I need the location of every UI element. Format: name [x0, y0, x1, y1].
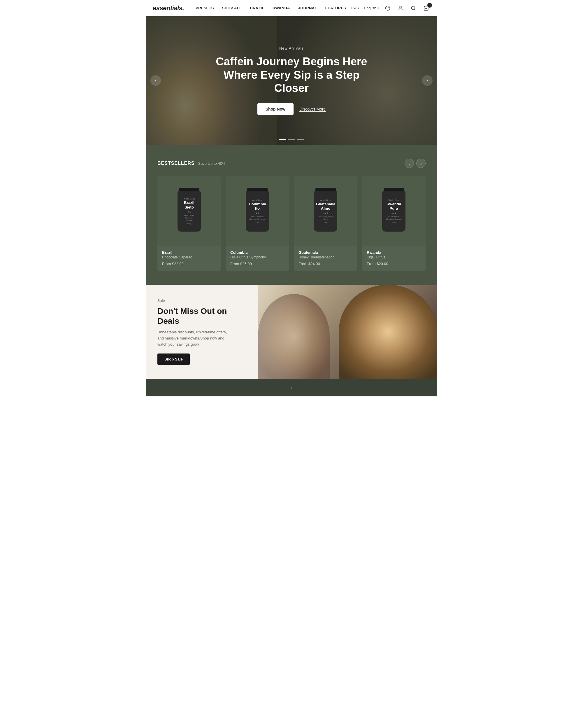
coffee-bag-3: Whole Bean RwandaPura ★★★ Coconut Rum,Ch…	[379, 188, 408, 234]
products-next-button[interactable]: ›	[416, 159, 425, 168]
hero-dots	[279, 139, 304, 140]
bag-desc: Maple syrup, Pecan,Mint ...	[318, 215, 334, 220]
svg-line-4	[414, 9, 415, 10]
bag-name: RwandaPura	[387, 202, 401, 211]
footer-dot	[290, 387, 293, 389]
bag-name: ColumbiaIto	[249, 202, 266, 211]
product-price-3: From $20.00	[367, 262, 421, 266]
section-arrows: ‹ ›	[405, 159, 425, 168]
nav-item-journal[interactable]: JOURNAL	[298, 6, 317, 10]
sale-overlay	[258, 285, 437, 379]
sale-tag: Sale	[158, 299, 246, 303]
hero-dot-2[interactable]	[288, 139, 295, 140]
product-card-1[interactable]: Whole Bean ColumbiaIto ★★ White Chocolat…	[226, 176, 289, 271]
product-name-2: Honey Huehuetenango	[299, 255, 353, 259]
nav-item-shop-all[interactable]: SHOP ALL	[222, 6, 242, 10]
bag-body: Whole Bean ColumbiaIto ★★ White Chocolat…	[246, 191, 269, 232]
product-info-3: Rwanda Kigali Citrus From $20.00	[362, 246, 425, 271]
search-button[interactable]	[409, 4, 417, 12]
discover-more-button[interactable]: Discover More	[299, 107, 326, 111]
product-card-2[interactable]: Whole Bean GuatemalaAlmo ★★★ Maple syrup…	[294, 176, 357, 271]
nav-item-brazil[interactable]: BRAZIL	[250, 6, 264, 10]
bag-stars: ★★	[256, 212, 259, 214]
svg-point-3	[411, 6, 415, 10]
coffee-bag-2: Whole Bean GuatemalaAlmo ★★★ Maple syrup…	[311, 188, 340, 234]
hero-section: New Arrivals Caffein Journey Begins Here…	[146, 16, 437, 145]
bag-weight: 250g	[324, 222, 327, 223]
sale-image-bg	[258, 285, 437, 379]
product-origin-2: Guatemala	[299, 250, 353, 255]
product-name-3: Kigali Citrus	[367, 255, 421, 259]
section-title: BESTSELLERS	[158, 161, 194, 166]
product-info-2: Guatemala Honey Huehuetenango From $24.0…	[294, 246, 357, 271]
bag-name: GuatemalaAlmo	[316, 202, 335, 211]
product-origin-0: Brazil	[162, 250, 216, 255]
country-selector[interactable]: CA ▾	[351, 6, 359, 10]
bag-desc: White Chocolate,Hazelnut, Cinnamon	[250, 215, 265, 220]
coffee-bag-0: Whole Bean BrazilSieto ★★ Nuts, Cacao, C…	[175, 188, 204, 234]
sale-image	[258, 285, 437, 379]
hero-dot-1[interactable]	[279, 139, 286, 140]
hero-buttons: Shop Now Discover More	[257, 103, 326, 115]
section-subtitle: Save Up to 40%	[198, 161, 225, 166]
bag-body: Whole Bean BrazilSieto ★★ Nuts, Cacao, C…	[177, 191, 201, 232]
product-image-1: Whole Bean ColumbiaIto ★★ White Chocolat…	[226, 176, 289, 246]
products-prev-button[interactable]: ‹	[405, 159, 414, 168]
bestsellers-section: BESTSELLERS Save Up to 40% ‹ › Whole Bea…	[146, 145, 437, 285]
nav-item-presets[interactable]: PRESETS	[196, 6, 214, 10]
shop-sale-button[interactable]: Shop Sale	[158, 354, 190, 365]
account-button[interactable]	[396, 4, 405, 12]
country-label: CA	[351, 6, 357, 10]
svg-point-2	[400, 6, 401, 8]
chevron-down-icon: ▾	[378, 6, 379, 10]
product-card-3[interactable]: Whole Bean RwandaPura ★★★ Coconut Rum,Ch…	[362, 176, 425, 271]
hero-prev-button[interactable]: ‹	[150, 75, 161, 86]
product-info-0: Brazil Chocolate Caparaó From $22.00	[158, 246, 221, 271]
navbar: essentials. PRESETS SHOP ALL BRAZIL RWAN…	[146, 0, 437, 16]
product-name-0: Chocolate Caparaó	[162, 255, 216, 259]
footer-preview	[146, 379, 437, 396]
hero-next-button[interactable]: ›	[422, 75, 433, 86]
sale-title: Don't Miss Out on Deals	[158, 306, 246, 326]
coffee-bag-1: Whole Bean ColumbiaIto ★★ White Chocolat…	[243, 188, 272, 234]
product-image-2: Whole Bean GuatemalaAlmo ★★★ Maple syrup…	[294, 176, 357, 246]
product-price-0: From $22.00	[162, 262, 216, 266]
language-selector[interactable]: English ▾	[364, 6, 379, 10]
product-info-1: Columbia Huila Citrus Symphony From $26.…	[226, 246, 289, 271]
nav-links: PRESETS SHOP ALL BRAZIL RWANDA JOURNAL F…	[196, 6, 351, 10]
bag-stars: ★★★	[323, 212, 328, 214]
product-image-3: Whole Bean RwandaPura ★★★ Coconut Rum,Ch…	[362, 176, 425, 246]
bag-origin: Whole Bean	[320, 199, 331, 201]
hero-title: Caffein Journey Begins Here Where Every …	[207, 55, 376, 95]
bag-desc: Coconut Rum,Chocolate, Caramel	[386, 215, 401, 220]
bag-body: Whole Bean GuatemalaAlmo ★★★ Maple syrup…	[314, 191, 337, 232]
nav-item-rwanda[interactable]: RWANDA	[273, 6, 290, 10]
product-price-1: From $26.00	[230, 262, 284, 266]
products-grid: Whole Bean BrazilSieto ★★ Nuts, Cacao, C…	[158, 176, 425, 271]
nav-item-features[interactable]: FEATURES	[325, 6, 346, 10]
shop-now-button[interactable]: Shop Now	[257, 103, 294, 115]
bag-name: BrazilSieto	[184, 200, 194, 209]
bag-origin: Whole Bean	[388, 199, 399, 201]
product-price-2: From $24.00	[299, 262, 353, 266]
section-header: BESTSELLERS Save Up to 40% ‹ ›	[158, 159, 425, 168]
bag-origin: Whole Bean	[252, 199, 263, 201]
nav-right: CA ▾ English ▾	[351, 4, 430, 12]
section-title-group: BESTSELLERS Save Up to 40%	[158, 161, 225, 166]
sale-content: Sale Don't Miss Out on Deals Unbeatable …	[146, 285, 258, 379]
cart-count: 0	[427, 3, 432, 7]
bag-weight: 250g	[392, 222, 395, 223]
cart-button[interactable]: 0	[422, 4, 430, 12]
product-image-0: Whole Bean BrazilSieto ★★ Nuts, Cacao, C…	[158, 176, 221, 246]
bag-desc: Nuts, Cacao, Chocolate,Caramel	[180, 214, 198, 222]
help-button[interactable]	[384, 4, 392, 12]
bag-origin: Whole Bean	[184, 198, 195, 200]
bag-stars: ★★	[188, 211, 191, 213]
product-name-1: Huila Citrus Symphony	[230, 255, 284, 259]
product-origin-1: Columbia	[230, 250, 284, 255]
bag-weight: 500g	[187, 223, 191, 225]
brand-logo[interactable]: essentials.	[153, 4, 184, 12]
product-card-0[interactable]: Whole Bean BrazilSieto ★★ Nuts, Cacao, C…	[158, 176, 221, 271]
hero-content: New Arrivals Caffein Journey Begins Here…	[146, 16, 437, 145]
hero-dot-3[interactable]	[297, 139, 304, 140]
